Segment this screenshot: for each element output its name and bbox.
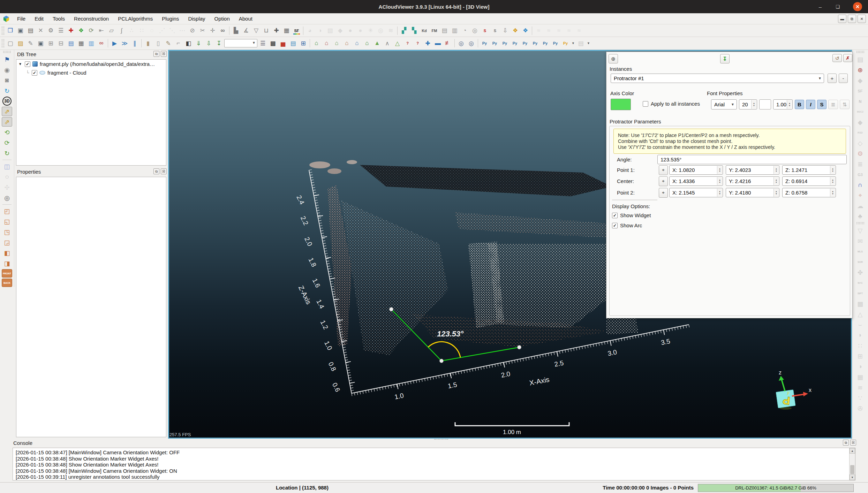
doc-add-icon[interactable]: ⊞	[46, 39, 55, 48]
skip-next-icon[interactable]: ≫	[120, 39, 129, 48]
spinner-arrows-icon[interactable]: ▲▼	[773, 166, 779, 174]
delete-icon[interactable]: ✕	[36, 26, 45, 35]
link-nodes-icon[interactable]: ∞	[97, 39, 106, 48]
building-tan-icon[interactable]: ▮	[143, 39, 153, 48]
screenshot-camera-icon[interactable]: ◙	[2, 76, 12, 85]
axis-color-swatch[interactable]	[611, 99, 631, 110]
filter-funnel-icon[interactable]: ▽	[251, 26, 261, 35]
point-x-field[interactable]: X: 1.0820▲▼	[669, 165, 723, 175]
cross-section-icon[interactable]: ✂	[198, 26, 207, 35]
building-gray-icon[interactable]: ▯	[153, 39, 163, 48]
point-z-field[interactable]: Z: 0.6758▲▼	[782, 188, 836, 197]
toolbar-drag-handle[interactable]	[856, 51, 864, 53]
mesh-house-4-icon[interactable]: ⌂	[342, 39, 352, 48]
view-front-icon[interactable]: FRONT	[2, 269, 12, 278]
zoom-region-icon[interactable]: ◌	[2, 172, 12, 182]
toolbar-drag-handle[interactable]	[2, 39, 4, 47]
save-icon[interactable]: ▣	[16, 26, 25, 35]
rotate-x-icon[interactable]: ⟲	[2, 128, 12, 137]
tree-row-child[interactable]: └ ✓ fragment - Cloud	[16, 68, 166, 77]
rgb-spheres-icon[interactable]: ❖	[76, 26, 86, 35]
magnet-bridge-icon[interactable]: ∩	[855, 180, 866, 190]
clear-list-icon[interactable]: ≢	[443, 39, 453, 48]
cone-sample-icon[interactable]: ▲	[372, 39, 382, 48]
root-checkbox[interactable]: ✓	[25, 61, 30, 67]
brp-file-icon[interactable]: ▤	[440, 26, 449, 35]
console-scrollbar[interactable]: ▲ ▼	[849, 448, 855, 480]
pie-icon[interactable]: ◔	[460, 26, 469, 35]
shadow-toggle[interactable]: S	[817, 100, 827, 109]
instance-add-button[interactable]: +	[828, 74, 837, 83]
table-view-icon[interactable]: ▥	[86, 39, 96, 48]
triangle-ruler-icon[interactable]: △	[393, 39, 402, 48]
save-project-icon[interactable]: ▣	[36, 39, 45, 48]
toolbar-drag-handle[interactable]	[3, 51, 11, 53]
python-zero-icon[interactable]: Py	[500, 39, 510, 48]
mesh-house-6-icon[interactable]: ⌂	[362, 39, 372, 48]
python-console-icon[interactable]: Py	[561, 39, 570, 48]
help-red-2-icon[interactable]: ?	[413, 39, 422, 48]
toolbar-drag-handle[interactable]	[2, 26, 4, 35]
properties-close-button[interactable]: ☒	[161, 168, 167, 174]
globe-icon[interactable]: ◎	[470, 26, 480, 35]
photo-view-icon[interactable]: ▤	[288, 39, 298, 48]
stereo-glasses-icon[interactable]: ∞	[218, 26, 227, 35]
preset-combo[interactable]: ▼	[224, 39, 257, 47]
scalar-field-icon[interactable]: SF	[292, 26, 301, 35]
show-widget-checkbox[interactable]: ✓	[612, 213, 618, 218]
instance-remove-button[interactable]: -	[839, 74, 848, 83]
python-plugins-icon[interactable]: Py	[541, 39, 550, 48]
building-down-2-icon[interactable]: ⇩	[204, 39, 213, 48]
first-aid-icon[interactable]: ✚	[66, 26, 76, 35]
red-spline-icon[interactable]: S	[480, 26, 490, 35]
scroll-down-icon[interactable]: ▼	[850, 475, 855, 480]
menu-about[interactable]: About	[234, 14, 257, 23]
contrast-icon[interactable]: ◧	[184, 39, 193, 48]
help-red-1-icon[interactable]: ?	[403, 39, 412, 48]
building-edit-icon[interactable]: ✎	[164, 39, 173, 48]
mode-3d-icon[interactable]: 3D	[2, 97, 12, 106]
open-icon[interactable]: ❒	[6, 26, 15, 35]
scroll-up-icon[interactable]: ▲	[850, 448, 855, 454]
show-arc-checkbox[interactable]: ✓	[612, 223, 618, 228]
classify-tool-icon[interactable]: ❖	[521, 26, 530, 35]
apply-all-row[interactable]: Apply to all instances	[643, 101, 700, 107]
unroll-icon[interactable]: ⇩	[500, 26, 510, 35]
view-left-icon[interactable]: ◳	[2, 227, 12, 237]
apply-all-checkbox[interactable]	[643, 101, 648, 107]
grid-view-icon[interactable]: ▦	[76, 39, 86, 48]
db-tree-close-button[interactable]: ☒	[161, 51, 167, 57]
point-picker-button[interactable]: ⌖	[659, 188, 668, 198]
bold-toggle[interactable]: B	[795, 100, 804, 109]
window-minimize-button[interactable]: –	[814, 0, 826, 13]
point-y-field[interactable]: Y: 2.4216▲▼	[726, 176, 779, 186]
hook-tool-icon[interactable]: ∫	[117, 26, 126, 35]
show-axes-icon[interactable]: ⇗	[2, 107, 12, 116]
italic-toggle[interactable]: I	[806, 100, 815, 109]
mdi-minimize-button[interactable]: ▬	[838, 15, 846, 23]
printer-caret-icon[interactable]: ▼	[586, 39, 591, 48]
zoom-add-icon[interactable]: ◎	[467, 39, 476, 48]
python-edit-icon[interactable]: Py	[480, 39, 489, 48]
console-close-button[interactable]: ☒	[850, 440, 856, 446]
kdtree-icon[interactable]: Kd	[420, 26, 429, 35]
properties-list-icon[interactable]: ☰	[56, 26, 66, 35]
python-more-icon[interactable]: Py	[520, 39, 530, 48]
export-box-icon[interactable]: ⇤	[97, 26, 106, 35]
mesh-house-1-icon[interactable]: ⌂	[312, 39, 321, 48]
root-label[interactable]: fragment.ply (/home/ludahai/open3d_data/…	[40, 61, 155, 67]
mesh-house-3-icon[interactable]: ⌂	[332, 39, 341, 48]
spinner-arrows-icon[interactable]: ▲▼	[830, 166, 835, 174]
bar-chart-icon[interactable]: ▅	[278, 39, 288, 48]
properties-float-button[interactable]: ⧉	[153, 168, 159, 174]
orbit-rotate-icon[interactable]: ↻	[2, 86, 12, 96]
histogram-icon[interactable]: ▙	[231, 26, 241, 35]
dialog-save-button[interactable]: ↧	[720, 54, 730, 63]
add-big-icon[interactable]: ✚	[272, 26, 281, 35]
pause-icon[interactable]: ∥	[130, 39, 139, 48]
point-z-field[interactable]: Z: 1.2471▲▼	[782, 165, 836, 175]
python-settings-icon[interactable]: Py	[551, 39, 560, 48]
python-caret-icon[interactable]: ▼	[571, 39, 575, 48]
spinner-arrows-icon[interactable]: ▲▼	[717, 189, 722, 197]
mdi-restore-button[interactable]: ⧉	[848, 15, 856, 23]
